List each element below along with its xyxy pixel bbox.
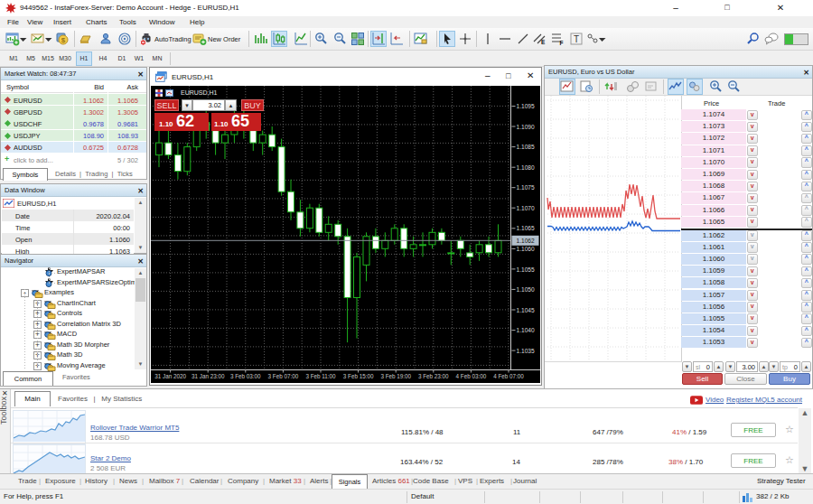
svg-text:1.1040: 1.1040 bbox=[517, 327, 536, 333]
svg-text:E: E bbox=[541, 39, 546, 45]
svg-text:1.1070: 1.1070 bbox=[517, 205, 536, 211]
svg-text:31 Jan 2020: 31 Jan 2020 bbox=[154, 373, 186, 379]
svg-text:1.1090: 1.1090 bbox=[517, 124, 536, 130]
svg-text:1.1062: 1.1062 bbox=[517, 238, 536, 244]
svg-text:1.1095: 1.1095 bbox=[517, 103, 536, 109]
svg-text:3 Feb 03:00: 3 Feb 03:00 bbox=[230, 373, 261, 379]
svg-text:1.1080: 1.1080 bbox=[517, 164, 536, 171]
svg-text:1.1050: 1.1050 bbox=[517, 286, 536, 293]
svg-text:F: F bbox=[560, 40, 564, 46]
svg-text:1.1085: 1.1085 bbox=[517, 144, 536, 150]
svg-text:3 Feb 07:00: 3 Feb 07:00 bbox=[268, 373, 299, 379]
svg-text:1.1035: 1.1035 bbox=[517, 348, 536, 354]
svg-text:1.1055: 1.1055 bbox=[517, 266, 536, 273]
svg-text:1.1045: 1.1045 bbox=[517, 307, 536, 313]
svg-text:1.1060: 1.1060 bbox=[517, 246, 536, 252]
svg-text:4 Feb 07:00: 4 Feb 07:00 bbox=[493, 373, 524, 379]
svg-text:T: T bbox=[574, 34, 579, 44]
svg-text:$: $ bbox=[61, 36, 66, 44]
svg-text:3 Feb 15:00: 3 Feb 15:00 bbox=[343, 373, 374, 379]
svg-text:3 Feb 19:00: 3 Feb 19:00 bbox=[380, 373, 411, 379]
svg-text:1.1065: 1.1065 bbox=[517, 225, 536, 231]
svg-text:3 Feb 23:00: 3 Feb 23:00 bbox=[418, 373, 449, 379]
svg-text:4 Feb 03:00: 4 Feb 03:00 bbox=[456, 373, 487, 379]
svg-text:31 Jan 23:00: 31 Jan 23:00 bbox=[192, 373, 225, 379]
svg-text:1.1075: 1.1075 bbox=[517, 184, 536, 191]
svg-text:3 Feb 11:00: 3 Feb 11:00 bbox=[305, 373, 336, 379]
